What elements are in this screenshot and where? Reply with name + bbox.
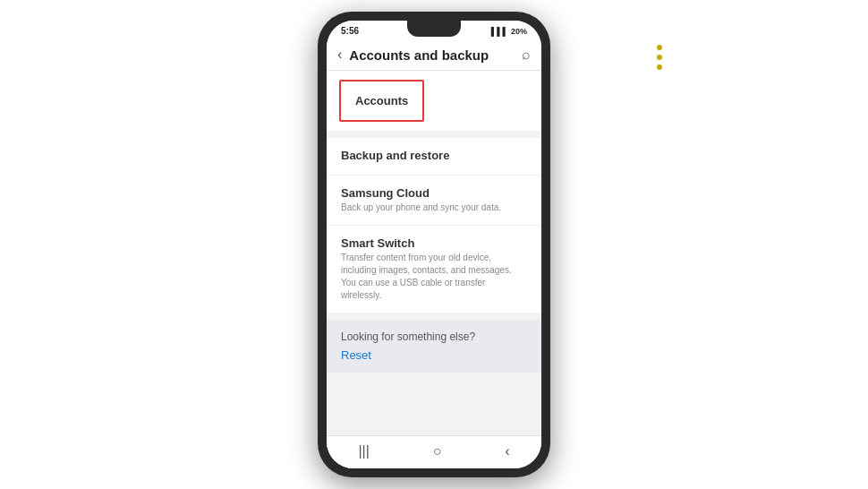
- status-bar: 5:56 ▌▌▌ 20%: [327, 21, 541, 39]
- status-icons: ▌▌▌ 20%: [491, 27, 527, 36]
- smart-switch-title: Smart Switch: [341, 236, 527, 250]
- accounts-section: Accounts: [327, 71, 541, 131]
- phone-frame: 5:56 ▌▌▌ 20% ‹ Accounts and backup ⌕ Acc…: [318, 12, 550, 477]
- suggestion-title: Looking for something else?: [341, 330, 527, 343]
- home-button[interactable]: ○: [433, 443, 442, 459]
- status-time: 5:56: [341, 26, 359, 36]
- suggestion-section: Looking for something else? Reset: [327, 320, 541, 373]
- dot-1: [657, 45, 662, 50]
- content-area: Accounts Backup and restore Samsung Clou…: [327, 71, 541, 435]
- dots-indicator: [657, 45, 662, 70]
- smart-switch-subtitle: Transfer content from your old device, i…: [341, 252, 527, 302]
- backup-restore-item[interactable]: Backup and restore: [327, 138, 541, 176]
- reset-link[interactable]: Reset: [341, 348, 527, 362]
- samsung-cloud-title: Samsung Cloud: [341, 186, 527, 200]
- signal-icon: ▌▌▌: [491, 27, 508, 36]
- backup-restore-title: Backup and restore: [341, 149, 527, 162]
- dot-2: [657, 55, 662, 60]
- accounts-label[interactable]: Accounts: [339, 80, 424, 122]
- dot-3: [657, 64, 662, 70]
- samsung-cloud-item[interactable]: Samsung Cloud Back up your phone and syn…: [327, 176, 541, 226]
- back-nav-button[interactable]: ‹: [505, 443, 509, 459]
- page-title: Accounts and backup: [349, 47, 522, 63]
- samsung-cloud-subtitle: Back up your phone and sync your data.: [341, 202, 527, 214]
- bottom-nav: ||| ○ ‹: [327, 435, 541, 468]
- notch: [407, 21, 461, 37]
- backup-section: Backup and restore Samsung Cloud Back up…: [327, 138, 541, 313]
- smart-switch-item[interactable]: Smart Switch Transfer content from your …: [327, 226, 541, 313]
- phone-screen: 5:56 ▌▌▌ 20% ‹ Accounts and backup ⌕ Acc…: [327, 21, 541, 468]
- menu-button[interactable]: |||: [358, 443, 369, 459]
- nav-bar: ‹ Accounts and backup ⌕: [327, 39, 541, 71]
- back-button[interactable]: ‹: [337, 47, 342, 63]
- search-icon[interactable]: ⌕: [522, 47, 531, 63]
- battery-text: 20%: [511, 27, 527, 36]
